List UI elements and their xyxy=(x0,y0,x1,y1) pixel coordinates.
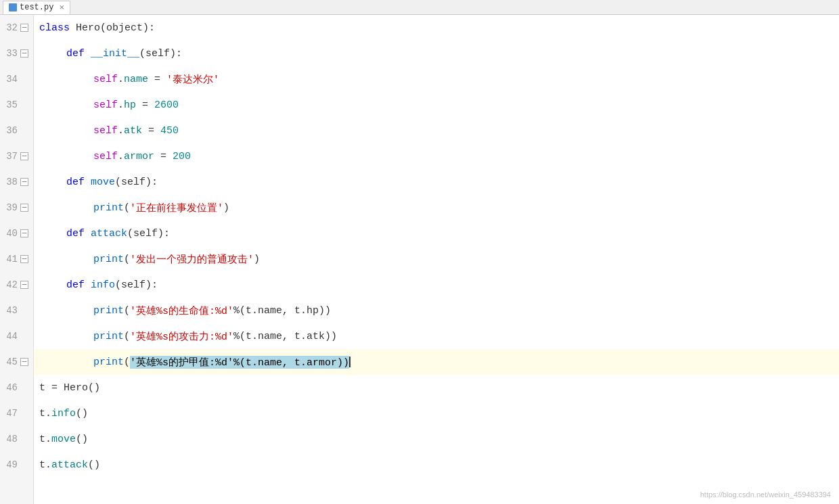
code-line[interactable]: t.attack() xyxy=(34,452,839,478)
watermark: https://blog.csdn.net/weixin_459483394 xyxy=(700,490,831,499)
fold-empty xyxy=(20,383,29,392)
fold-empty xyxy=(20,100,29,110)
token-normal: = xyxy=(142,125,160,137)
token-str-red: '泰达米尔' xyxy=(166,73,219,86)
tab-close-button[interactable]: × xyxy=(59,3,64,13)
fold-empty xyxy=(20,306,29,315)
code-line[interactable]: self.name = '泰达米尔' xyxy=(34,66,839,92)
code-line[interactable]: t.move() xyxy=(34,426,839,452)
fold-collapse-button[interactable]: − xyxy=(20,357,29,367)
token-self-purple: self xyxy=(93,125,118,137)
token-normal: t. xyxy=(39,408,51,419)
code-line[interactable]: t.info() xyxy=(34,400,839,426)
line-number-row: 44 xyxy=(0,323,33,349)
line-number-row: 33− xyxy=(0,41,33,66)
line-number-row: 49 xyxy=(0,452,33,478)
code-line[interactable]: class Hero(object): xyxy=(34,15,839,41)
token-str-red: '发出一个强力的普通攻击' xyxy=(130,253,254,266)
code-line[interactable]: def move(self): xyxy=(34,169,839,195)
token-normal: = xyxy=(148,74,166,85)
token-method-teal: atk xyxy=(124,125,142,137)
fold-collapse-button[interactable]: − xyxy=(20,152,29,161)
fold-collapse-button[interactable]: − xyxy=(20,177,29,187)
token-normal: . xyxy=(118,151,124,162)
token-self-purple: self xyxy=(93,99,118,111)
token-kw-blue: def xyxy=(66,279,91,291)
selected-text: '英雄%s的护甲值:%d'%(t.name, t.armor)) xyxy=(130,356,349,369)
token-normal: . xyxy=(118,99,124,111)
line-number-row: 38− xyxy=(0,169,33,195)
fold-collapse-button[interactable]: − xyxy=(20,23,29,32)
line-number: 32 xyxy=(3,22,18,33)
line-number: 41 xyxy=(3,254,18,265)
token-func-blue: __init__ xyxy=(91,48,139,60)
line-number-row: 32− xyxy=(0,15,33,41)
line-number: 35 xyxy=(3,99,18,110)
line-number: 34 xyxy=(3,74,18,85)
line-number-row: 41− xyxy=(0,246,33,272)
line-number-row: 34 xyxy=(0,66,33,92)
code-line[interactable]: print('正在前往事发位置') xyxy=(34,195,839,221)
token-func-blue: attack xyxy=(91,228,127,239)
line-number: 39 xyxy=(3,202,18,213)
code-line[interactable]: self.atk = 450 xyxy=(34,118,839,143)
token-num-teal: 2600 xyxy=(154,99,179,111)
token-self-purple: self xyxy=(93,74,118,85)
code-line[interactable]: def attack(self): xyxy=(34,221,839,246)
line-number: 38 xyxy=(3,177,18,187)
line-number: 33 xyxy=(3,48,18,59)
token-func-blue: print xyxy=(93,254,124,265)
code-content[interactable]: class Hero(object):def __init__(self):se… xyxy=(34,15,839,504)
line-number: 42 xyxy=(3,279,18,290)
token-normal: (self): xyxy=(115,177,158,188)
fold-empty xyxy=(20,460,29,469)
tab-label: test.py xyxy=(20,3,53,12)
editor-tab[interactable]: test.py × xyxy=(3,1,70,14)
code-line[interactable]: print('英雄%s的攻击力:%d'%(t.name, t.atk)) xyxy=(34,323,839,349)
line-number: 49 xyxy=(3,459,18,470)
code-area: 32−33−34353637−38−39−40−41−42−434445−464… xyxy=(0,15,839,504)
line-number: 46 xyxy=(3,382,18,393)
code-line[interactable]: def info(self): xyxy=(34,272,839,298)
token-normal: (self): xyxy=(115,279,158,291)
token-str-red: '正在前往事发位置' xyxy=(130,202,223,214)
token-normal: ( xyxy=(124,202,130,214)
token-kw-blue: def xyxy=(66,228,91,239)
line-number-row: 47 xyxy=(0,400,33,426)
token-normal: %(t.name, t.hp)) xyxy=(233,305,331,317)
line-number: 40 xyxy=(3,228,18,239)
token-method-teal: hp xyxy=(124,99,136,111)
fold-collapse-button[interactable]: − xyxy=(20,49,29,58)
token-normal: (self): xyxy=(139,48,182,60)
token-normal: ( xyxy=(124,305,130,317)
text-cursor xyxy=(349,357,350,367)
token-str-red: '英雄%s的攻击力:%d' xyxy=(130,330,233,343)
fold-collapse-button[interactable]: − xyxy=(20,280,29,290)
fold-empty xyxy=(20,74,29,84)
code-line[interactable]: t = Hero() xyxy=(34,375,839,400)
code-line[interactable]: print('英雄%s的生命值:%d'%(t.name, t.hp)) xyxy=(34,298,839,323)
line-number-row: 35 xyxy=(0,92,33,118)
token-num-teal: 200 xyxy=(173,151,191,162)
line-numbers-gutter: 32−33−34353637−38−39−40−41−42−434445−464… xyxy=(0,15,34,504)
line-number: 37 xyxy=(3,151,18,162)
token-normal: = xyxy=(136,99,154,111)
token-func-blue: print xyxy=(93,357,124,368)
fold-collapse-button[interactable]: − xyxy=(20,229,29,238)
token-normal: () xyxy=(76,434,88,445)
code-line[interactable]: def __init__(self): xyxy=(34,41,839,66)
token-method-teal: info xyxy=(51,408,76,419)
code-line[interactable]: print('发出一个强力的普通攻击') xyxy=(34,246,839,272)
token-normal: () xyxy=(88,459,100,471)
fold-empty xyxy=(20,434,29,444)
code-line[interactable]: self.armor = 200 xyxy=(34,143,839,169)
token-normal: %(t.name, t.atk)) xyxy=(233,331,337,342)
tab-bar: test.py × xyxy=(0,0,839,15)
fold-collapse-button[interactable]: − xyxy=(20,254,29,264)
token-func-blue: info xyxy=(91,279,115,291)
code-line[interactable]: print('英雄%s的护甲值:%d'%(t.name, t.armor)) xyxy=(34,349,839,375)
line-number-row: 48 xyxy=(0,426,33,452)
code-line[interactable]: self.hp = 2600 xyxy=(34,92,839,118)
fold-collapse-button[interactable]: − xyxy=(20,203,29,212)
token-str-red: '英雄%s的生命值:%d' xyxy=(130,304,233,317)
